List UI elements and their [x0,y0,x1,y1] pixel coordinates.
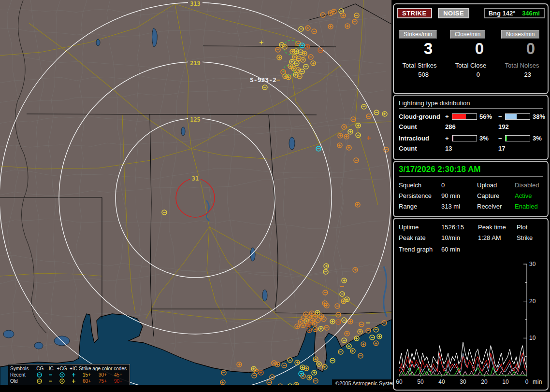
total-close-label: Total Close [445,62,496,69]
age-code: 90+ [111,378,126,384]
bearing-readout: Bng 142° 346mi [484,8,545,18]
cg-positive-count: 286 [445,123,498,130]
count-label: Count [399,123,445,130]
bearing-range-value: 346mi [522,10,540,17]
svg-text:60: 60 [396,378,403,385]
plot-mode-value: Strike [517,234,546,241]
trend-series-ic-positive [399,368,527,375]
close-per-min-value: 0 [445,40,496,58]
noises-per-min-value: 0 [496,40,548,58]
ic-positive-bar [452,135,477,141]
legend-col-neg-ic: -IC [45,366,56,371]
svg-text:125: 125 [190,116,201,123]
legend-symbols-header: Symbols [10,366,33,371]
persistence-value: 90 min [441,192,477,199]
svg-text:10: 10 [529,335,536,341]
symbol-legend: Symbols -CG -IC +CG +IC Strike age color… [8,364,130,386]
strikes-per-min-value: 3 [394,40,445,58]
range-label: Range [399,203,441,210]
lightning-map[interactable]: 31321912531 S-923-2− Symbols -CG -IC +CG… [0,0,391,392]
total-strikes-label: Total Strikes [394,62,445,69]
svg-text:219: 219 [190,60,201,67]
count-label: Count [399,145,445,152]
strike-symbol [60,373,64,377]
cloud-ground-label: Cloud-ground [399,113,445,120]
intracloud-counts: Count 13 17 [399,145,548,152]
ic-positive-pct: 3% [477,135,498,142]
strike-button[interactable]: STRIKE [397,8,432,18]
legend-col-pos-cg: +CG [56,366,68,371]
old-neg-ic-icon [45,378,56,384]
old-pos-cg-icon [56,378,68,384]
minus-sign: − [498,113,505,120]
age-code: 45+ [111,372,126,378]
upload-label: Upload [477,182,515,189]
plot-label: Plot [517,224,546,231]
status-panel: 3/17/2026 2:30:18 AM Squelch 0 Upload Di… [393,161,549,217]
svg-text:30: 30 [460,378,466,385]
svg-text:50: 50 [417,378,424,385]
strike-stats-panel: STRIKE NOISE Bng 142° 346mi Strikes/min … [393,3,549,94]
map-canvas: 31321912531 S-923-2− [0,0,391,392]
storm-cell-label: S-923-2− [250,76,280,84]
receiver-status: Enabled [515,203,550,210]
svg-text:20: 20 [529,298,536,305]
squelch-value: 0 [441,182,477,189]
recent-neg-ic-icon [45,372,56,378]
total-close-value: 0 [445,71,496,78]
cg-negative-count: 192 [498,123,550,130]
uptime-value: 1526:15 [441,224,478,231]
ic-positive-count: 13 [445,145,498,152]
peak-time-label: Peak time [478,224,517,231]
strike-symbol [37,379,42,383]
old-pos-ic-icon [68,378,79,384]
squelch-label: Squelch [399,182,441,189]
distribution-panel: Lightning type distribution Cloud-ground… [393,95,549,160]
age-codes-row-2: 60+75+90+ [79,378,126,384]
age-code: 15+ [79,372,95,378]
strike-symbol [72,379,75,383]
peak-time-value: 1:28 AM [478,234,517,241]
settings-grid: Squelch 0 Upload Disabled Persistence 90… [399,182,548,210]
legend-recent-label: Recent [10,372,33,378]
strike-symbol [37,373,42,377]
noise-button[interactable]: NOISE [438,8,469,18]
peak-rate-value: 10/min [441,234,478,241]
svg-text:20: 20 [481,378,488,385]
age-code: 60+ [79,378,95,384]
svg-text:10: 10 [502,378,509,385]
age-codes-row-1: 15+30+45+ [79,372,126,378]
ic-negative-pct: 3% [530,135,550,142]
ic-negative-count: 17 [498,145,550,152]
legend-col-neg-cg: -CG [33,366,45,371]
cg-negative-pct: 38% [530,113,550,120]
cloud-ground-counts: Count 286 192 [399,123,548,130]
svg-text:30: 30 [529,261,536,267]
svg-text:min: min [533,378,542,385]
svg-text:40: 40 [438,378,445,385]
legend-col-pos-ic: +IC [68,366,79,371]
strike-symbol [72,373,75,377]
capture-status: Active [515,192,550,199]
svg-text:31: 31 [192,175,199,182]
plus-sign: + [445,113,452,120]
uptime-label: Uptime [399,224,441,231]
upload-status: Disabled [515,182,550,189]
minus-sign: − [498,135,505,142]
copyright-text: ©2005 Astrogenic Systems [332,379,403,387]
bearing-value: Bng 142° [489,10,516,17]
total-noises-value: 23 [496,71,548,78]
noises-per-min-chip: Noises/min [501,30,539,39]
strikes-per-min-chip: Strikes/min [399,30,437,39]
trend-graph: 1020306050403020100min [395,261,546,388]
recent-neg-cg-icon [33,372,45,378]
trend-window-value: 60 min [441,246,480,253]
legend-header-row: Symbols -CG -IC +CG +IC Strike age color… [10,365,128,372]
trend-graph-label: Trend graph [399,246,441,253]
age-code: 75+ [95,378,111,384]
trend-window-row: Trend graph 60 min [399,246,548,253]
legend-old-label: Old [10,378,33,384]
total-noises-label: Total Noises [496,62,548,69]
age-code: 30+ [95,372,111,378]
svg-text:0: 0 [525,378,529,385]
